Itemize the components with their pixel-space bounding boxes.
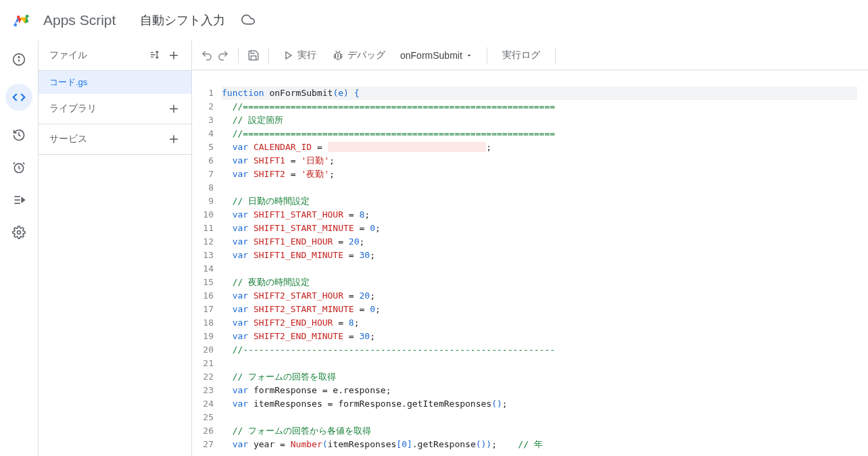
svg-point-6 (18, 57, 20, 58)
libraries-label: ライブラリ (49, 103, 97, 115)
libraries-section-header: ライブラリ (39, 94, 191, 124)
log-label: 実行ログ (502, 49, 540, 61)
files-label: ファイル (49, 49, 87, 61)
sort-icon[interactable] (149, 49, 162, 61)
toolbar: 実行 デバッグ onFormSubmit 実行ログ (192, 41, 868, 70)
top-bar: Apps Script 自動シフト入力 (0, 0, 868, 41)
code-content[interactable]: function onFormSubmit(e) { //===========… (222, 86, 868, 456)
file-item[interactable]: コード.gs (39, 71, 191, 94)
info-icon[interactable] (11, 51, 27, 68)
execution-log-button[interactable]: 実行ログ (496, 45, 547, 66)
separator (487, 47, 487, 64)
debug-button[interactable]: デバッグ (326, 45, 392, 66)
redo-icon[interactable] (216, 49, 230, 62)
sidebar: ファイル コード.gs ライブラリ サービス (38, 41, 192, 456)
function-name: onFormSubmit (400, 50, 462, 61)
chevron-down-icon (465, 51, 473, 59)
svg-point-1 (17, 16, 20, 19)
run-button[interactable]: 実行 (277, 45, 323, 66)
svg-marker-11 (22, 198, 24, 203)
add-library-icon[interactable] (167, 102, 180, 116)
project-name[interactable]: 自動シフト入力 (140, 12, 225, 28)
svg-point-2 (21, 17, 24, 20)
main-layout: ファイル コード.gs ライブラリ サービス 実行 (0, 41, 868, 456)
line-gutter: 1234567891011121314151617181920212223242… (192, 86, 222, 456)
add-file-icon[interactable] (167, 49, 180, 62)
executions-icon[interactable] (11, 192, 27, 208)
services-section-header: サービス (39, 124, 191, 155)
run-label: 実行 (297, 49, 316, 61)
files-section-header: ファイル (39, 41, 191, 71)
settings-icon[interactable] (11, 224, 27, 240)
svg-marker-21 (467, 55, 471, 57)
cloud-saved-icon (241, 13, 255, 28)
svg-point-12 (18, 231, 21, 234)
app-name: Apps Script (43, 12, 116, 28)
undo-icon[interactable] (200, 49, 214, 62)
triggers-icon[interactable] (11, 159, 27, 176)
services-label: サービス (49, 133, 87, 145)
svg-marker-19 (286, 51, 291, 59)
save-icon[interactable] (247, 49, 260, 62)
debug-label: デバッグ (347, 49, 385, 61)
svg-point-3 (26, 15, 29, 18)
icon-rail (0, 41, 38, 456)
function-select[interactable]: onFormSubmit (395, 46, 479, 65)
apps-script-logo-icon (11, 9, 32, 31)
separator (555, 47, 556, 64)
editor-area: 実行 デバッグ onFormSubmit 実行ログ 12345678910111… (192, 41, 868, 456)
separator (268, 47, 269, 64)
separator (238, 47, 239, 64)
history-icon[interactable] (11, 127, 27, 143)
svg-point-0 (14, 24, 17, 27)
add-service-icon[interactable] (167, 132, 180, 146)
code-editor[interactable]: 1234567891011121314151617181920212223242… (192, 70, 868, 456)
editor-icon[interactable] (5, 84, 32, 111)
